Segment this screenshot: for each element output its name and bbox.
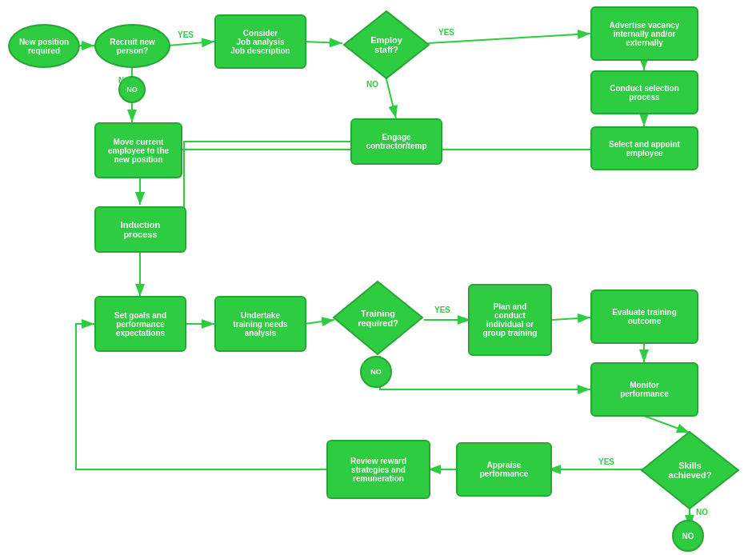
training-needs-node: Undertaketraining needsanalysis	[214, 296, 306, 352]
flowchart: YES NO YES NO YES NO YES NO New position…	[0, 0, 756, 555]
evaluate-node: Evaluate trainingoutcome	[590, 289, 698, 344]
no-label-training: NO	[362, 361, 374, 370]
svg-line-9	[386, 76, 396, 118]
yes-label-recruit: YES	[178, 30, 194, 39]
yes-label-training: YES	[434, 305, 450, 314]
no-label-employ: NO	[366, 80, 378, 89]
no-circle-training: NO	[360, 356, 392, 388]
new-position-node: New position required	[8, 24, 80, 68]
set-goals-node: Set goals andperformanceexpectations	[94, 296, 186, 352]
no-label-skills: NO	[696, 508, 708, 517]
no-circle-skills: NO	[672, 520, 704, 552]
svg-line-14	[552, 317, 590, 320]
appraise-node: Appraiseperformance	[456, 442, 552, 497]
svg-line-12	[304, 320, 334, 324]
plan-conduct-node: Plan andconductindividual orgroup traini…	[468, 284, 552, 356]
skills-achieved-node: Skillsachieved?	[640, 430, 740, 510]
recruit-node: Recruit newperson?	[94, 24, 170, 68]
yes-label-skills: YES	[598, 457, 614, 466]
monitor-node: Monitorperformance	[590, 362, 698, 417]
no-label-recruit: NO	[118, 76, 130, 85]
induction-node: Inductionprocess	[94, 206, 186, 253]
yes-label-employ: YES	[438, 28, 454, 37]
engage-node: Engagecontractor/temp	[350, 118, 442, 165]
svg-line-3	[304, 42, 342, 43]
svg-line-2	[168, 42, 214, 46]
move-employee-node: Move currentemployee to thenew position	[94, 122, 182, 178]
advertise-node: Advertise vacancyinternally and/orextern…	[590, 6, 698, 61]
training-req-node: Trainingrequired?	[332, 280, 424, 356]
employ-node: Employstaff?	[342, 10, 430, 80]
review-reward-node: Review rewardstrategies andremuneration	[326, 440, 430, 499]
consider-node: ConsiderJob analysisJob description	[214, 14, 306, 69]
select-appoint-node: Select and appointemployee	[590, 126, 698, 170]
conduct-selection-node: Conduct selectionprocess	[590, 70, 698, 114]
